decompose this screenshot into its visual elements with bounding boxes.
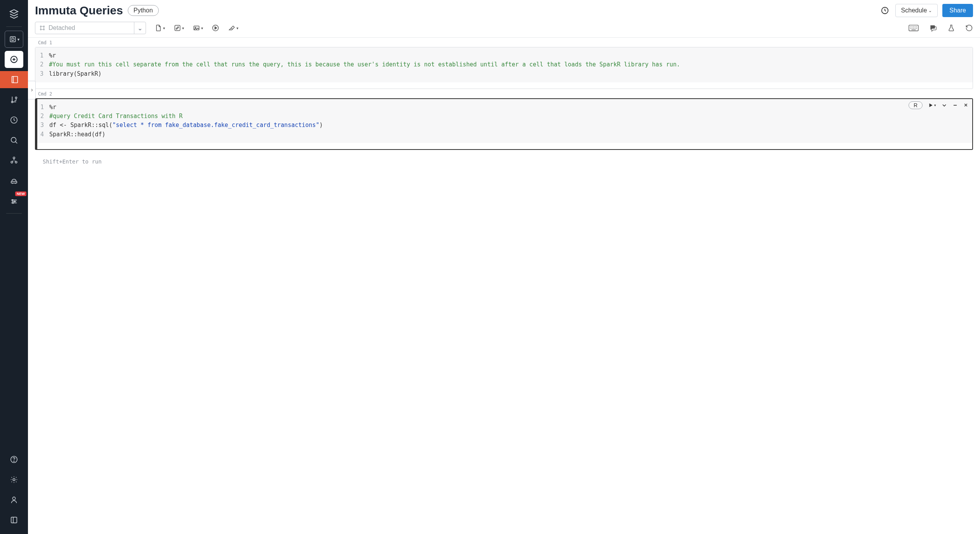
caret-down-icon: ▾ xyxy=(236,26,238,30)
logo-icon[interactable] xyxy=(5,5,23,23)
move-down-button[interactable] xyxy=(942,103,947,108)
code-editor-2[interactable]: 1234 %r #query Credit Card Transactions … xyxy=(36,99,972,143)
new-badge: NEW xyxy=(15,191,26,196)
create-button[interactable] xyxy=(5,51,23,68)
svg-rect-2 xyxy=(12,77,17,83)
sidebar-item-data[interactable] xyxy=(5,152,23,169)
cell-2[interactable]: R ▾ 1234 %r #query Cred xyxy=(35,98,973,150)
gutter: 123 xyxy=(40,51,49,78)
sidebar-item-repos[interactable] xyxy=(5,91,23,108)
svg-point-11 xyxy=(12,202,14,204)
svg-point-6 xyxy=(11,137,16,143)
revision-history-icon[interactable] xyxy=(965,24,973,32)
run-cell-button[interactable]: ▾ xyxy=(928,103,936,108)
sidebar-item-recents[interactable] xyxy=(5,111,23,129)
cell-toolbar: R ▾ xyxy=(909,101,968,109)
comments-icon[interactable] xyxy=(929,24,937,32)
svg-rect-0 xyxy=(10,37,15,42)
notebook-area: Cmd 1 123 %r #You must run this cell sep… xyxy=(28,38,980,534)
chevron-down-icon: ⌄ xyxy=(928,8,932,13)
sidebar-item-user[interactable] xyxy=(5,491,23,508)
svg-point-12 xyxy=(14,201,15,202)
sidebar-item-notebook[interactable] xyxy=(0,71,28,88)
svg-point-20 xyxy=(40,26,42,27)
clear-menu-icon[interactable]: ▾ xyxy=(228,24,238,32)
toolbar: Detached ⌄ ▾ ▾ ▾ ▾ xyxy=(28,20,980,38)
cluster-icon xyxy=(39,25,45,31)
keyboard-icon[interactable] xyxy=(909,24,919,32)
schedule-button[interactable]: Schedule ⌄ xyxy=(895,4,938,17)
workspace-menu[interactable]: ▾ xyxy=(5,31,23,48)
schedule-label: Schedule xyxy=(901,7,927,14)
sidebar: ▾ NEW xyxy=(0,0,28,534)
chevron-down-icon: ⌄ xyxy=(134,22,146,34)
caret-down-icon: ▾ xyxy=(934,103,936,107)
gutter: 1234 xyxy=(40,103,49,139)
experiments-icon[interactable] xyxy=(947,24,955,32)
chevron-down-icon: ▾ xyxy=(17,37,19,42)
svg-point-4 xyxy=(15,97,17,98)
cluster-selector[interactable]: Detached ⌄ xyxy=(35,22,146,34)
view-menu-icon[interactable]: ▾ xyxy=(193,24,203,32)
svg-rect-10 xyxy=(11,181,17,183)
cell-label-1: Cmd 1 xyxy=(38,40,973,45)
code-editor-1[interactable]: 123 %r #You must run this cell separate … xyxy=(35,47,973,82)
svg-rect-18 xyxy=(11,517,17,523)
edit-menu-icon[interactable]: ▾ xyxy=(174,24,184,32)
history-icon[interactable] xyxy=(879,5,891,16)
run-hint: Shift+Enter to run xyxy=(43,158,973,165)
sidebar-item-help[interactable] xyxy=(5,451,23,468)
expand-sidebar-handle[interactable] xyxy=(28,81,36,99)
svg-point-7 xyxy=(13,157,15,159)
svg-point-17 xyxy=(12,497,15,500)
language-pill[interactable]: Python xyxy=(128,5,159,16)
cell-language-badge[interactable]: R xyxy=(909,101,923,109)
sidebar-item-settings[interactable] xyxy=(5,471,23,488)
svg-point-15 xyxy=(14,461,14,461)
sidebar-item-search[interactable] xyxy=(5,132,23,149)
run-all-icon[interactable] xyxy=(212,24,219,32)
svg-rect-24 xyxy=(175,25,180,30)
svg-point-23 xyxy=(43,29,45,30)
svg-point-3 xyxy=(11,101,13,103)
caret-down-icon: ▾ xyxy=(182,26,184,30)
cell-label-2: Cmd 2 xyxy=(38,91,973,97)
cell-1[interactable]: 123 %r #You must run this cell separate … xyxy=(35,47,973,89)
svg-point-21 xyxy=(43,26,45,27)
svg-point-13 xyxy=(12,200,13,201)
sidebar-item-panel[interactable] xyxy=(5,511,23,529)
sidebar-item-compute[interactable] xyxy=(5,172,23,189)
header: Immuta Queries Python Schedule ⌄ Share xyxy=(28,0,980,20)
file-menu-icon[interactable]: ▾ xyxy=(155,24,165,32)
svg-point-22 xyxy=(40,29,42,30)
caret-down-icon: ▾ xyxy=(163,26,165,30)
notebook-title[interactable]: Immuta Queries xyxy=(35,4,123,17)
minimize-button[interactable] xyxy=(952,103,958,108)
share-button[interactable]: Share xyxy=(942,4,973,17)
delete-cell-button[interactable] xyxy=(963,103,968,108)
caret-down-icon: ▾ xyxy=(201,26,203,30)
cluster-state-label: Detached xyxy=(49,24,75,31)
svg-point-16 xyxy=(13,478,15,481)
sidebar-item-experiments[interactable]: NEW xyxy=(5,192,23,209)
